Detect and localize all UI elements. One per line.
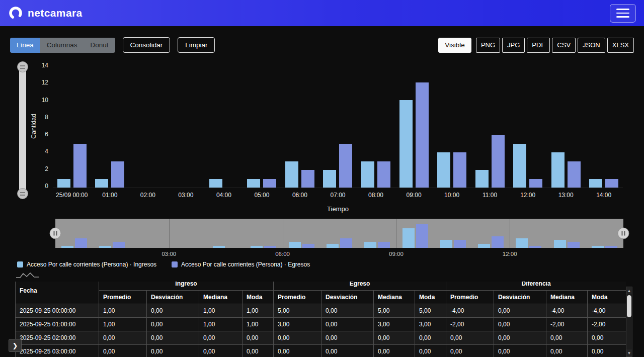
- bar-group: [53, 65, 91, 188]
- menu-button[interactable]: [610, 4, 636, 23]
- bar[interactable]: [57, 179, 70, 188]
- navigator-tick-label: 09:00: [389, 251, 404, 257]
- column-subheader: Desviación: [147, 291, 199, 304]
- bar[interactable]: [323, 170, 336, 188]
- navigator-bar: [516, 238, 528, 248]
- navigator-bar: [327, 244, 339, 248]
- brand-name: netcamara: [28, 7, 83, 19]
- cell-value: 0,00: [321, 304, 374, 318]
- bar[interactable]: [529, 179, 542, 188]
- sparkline-icon: [15, 271, 40, 279]
- navigator-bar-group: [434, 219, 472, 248]
- legend-swatch: [172, 261, 178, 267]
- y-tick-label: 12: [42, 79, 48, 86]
- column-subheader: Mediana: [546, 291, 588, 304]
- export-jpg-button[interactable]: JPG: [502, 38, 525, 53]
- bar[interactable]: [437, 152, 450, 188]
- y-zoom-handle-bottom[interactable]: [17, 188, 28, 199]
- bar[interactable]: [475, 170, 489, 188]
- cell-value: -4,00: [446, 304, 494, 318]
- bar-group: [357, 65, 395, 188]
- export-csv-button[interactable]: CSV: [552, 38, 576, 53]
- consolidate-button[interactable]: Consolidar: [123, 37, 171, 53]
- bar[interactable]: [73, 144, 87, 188]
- cell-value: 0,00: [546, 345, 588, 357]
- bar[interactable]: [416, 82, 429, 188]
- grip-icon: [20, 192, 25, 196]
- x-tick-label: 03:00: [167, 192, 205, 199]
- cell-value: 0,00: [99, 331, 147, 345]
- grip-icon: [20, 65, 25, 69]
- cell-value: 0,00: [374, 345, 415, 357]
- navigator-bar: [251, 246, 263, 248]
- bar[interactable]: [605, 179, 618, 188]
- bar[interactable]: [209, 179, 222, 188]
- hamburger-line: [616, 9, 629, 10]
- navigator-bars: [55, 219, 623, 248]
- bar[interactable]: [301, 170, 314, 188]
- column-subheader: Moda: [415, 291, 446, 304]
- bar-group: [243, 65, 281, 188]
- scrollbar-thumb[interactable]: [627, 295, 631, 317]
- table-row[interactable]: 2025-09-25 00:00:001,000,001,001,005,000…: [16, 304, 626, 318]
- bar[interactable]: [453, 152, 466, 188]
- chart-type-donut-button[interactable]: Donut: [84, 38, 115, 53]
- column-subheader: Promedio: [446, 291, 494, 304]
- cell-value: 0,00: [415, 345, 446, 357]
- table-row[interactable]: 2025-09-25 02:00:000,000,000,000,000,000…: [16, 331, 626, 345]
- bar[interactable]: [361, 161, 374, 188]
- cell-value: 0,00: [199, 345, 243, 357]
- navigator-bar-group: [396, 219, 434, 248]
- chart-type-columnas-button[interactable]: Columnas: [40, 38, 84, 53]
- bar[interactable]: [399, 100, 413, 188]
- cell-value: 0,00: [494, 304, 546, 318]
- navigator-bar: [529, 246, 541, 248]
- cell-value: 0,00: [147, 331, 199, 345]
- column-subheader: Moda: [588, 291, 626, 304]
- table-scrollbar[interactable]: ▲ ▼: [626, 287, 632, 357]
- navigator-handle-right[interactable]: [618, 228, 629, 239]
- navigator-bar: [378, 242, 390, 248]
- cell-value: -2,00: [588, 318, 626, 331]
- table-row[interactable]: 2025-09-25 01:00:001,000,001,001,003,000…: [16, 318, 626, 331]
- bar[interactable]: [492, 135, 505, 188]
- x-tick-label: 13:00: [547, 192, 585, 199]
- y-zoom-handle-top[interactable]: [17, 61, 28, 72]
- visible-button[interactable]: Visible: [438, 38, 471, 53]
- navigator-bar: [492, 236, 504, 248]
- y-zoom-slider[interactable]: [19, 63, 26, 198]
- bar[interactable]: [263, 179, 276, 188]
- bar[interactable]: [247, 179, 260, 188]
- bar[interactable]: [285, 161, 298, 188]
- cell-value: 0,00: [147, 304, 199, 318]
- export-json-button[interactable]: JSON: [578, 38, 605, 53]
- bar[interactable]: [95, 179, 108, 188]
- bar[interactable]: [551, 152, 565, 188]
- bar[interactable]: [111, 161, 124, 188]
- chart-type-linea-button[interactable]: Línea: [10, 38, 40, 53]
- navigator-gridline: [510, 219, 510, 248]
- bar-group: [395, 65, 433, 188]
- navigator-handle-left[interactable]: [50, 228, 61, 239]
- export-png-button[interactable]: PNG: [476, 38, 500, 53]
- table-row[interactable]: 2025-09-25 03:00:000,000,000,000,000,000…: [16, 345, 626, 357]
- x-tick-label: 06:00: [281, 192, 319, 199]
- y-tick-label: 2: [45, 165, 48, 172]
- bar[interactable]: [589, 179, 602, 188]
- navigator[interactable]: 03:0006:0009:0012:00: [55, 219, 623, 248]
- bar[interactable]: [513, 144, 526, 188]
- bar[interactable]: [377, 161, 390, 188]
- scroll-up-icon[interactable]: ▲: [626, 287, 632, 294]
- legend-item[interactable]: Acceso Por calle corrientes (Persona) · …: [172, 261, 310, 268]
- clear-button[interactable]: Limpiar: [178, 37, 215, 53]
- table-viewport: FechaIngresoEgresoDiferenciaPromedioDesv…: [15, 282, 626, 357]
- export-pdf-button[interactable]: PDF: [527, 38, 550, 53]
- cell-value: -4,00: [546, 304, 588, 318]
- scroll-down-icon[interactable]: ▼: [626, 349, 632, 356]
- legend-item[interactable]: Acceso Por calle corrientes (Persona) · …: [17, 261, 156, 268]
- bar[interactable]: [339, 144, 352, 188]
- export-xlsx-button[interactable]: XLSX: [607, 38, 634, 53]
- y-tick-label: 6: [45, 131, 48, 138]
- bar[interactable]: [568, 161, 581, 188]
- expand-panel-button[interactable]: ❯: [9, 339, 22, 352]
